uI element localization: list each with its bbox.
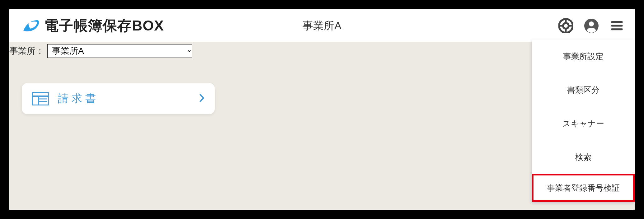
help-icon[interactable]: [557, 17, 574, 34]
menu-item-search[interactable]: 検索: [532, 140, 635, 174]
header: 電子帳簿保存BOX 事業所A: [9, 9, 635, 42]
document-icon: [32, 92, 49, 105]
menu-item-office-settings[interactable]: 事業所設定: [532, 40, 635, 73]
logo-icon: [22, 19, 40, 33]
chevron-right-icon: [199, 94, 205, 104]
svg-rect-10: [611, 28, 623, 30]
app-container: 電子帳簿保存BOX 事業所A: [9, 9, 635, 210]
user-icon[interactable]: [583, 17, 600, 34]
svg-point-7: [589, 21, 594, 26]
logo[interactable]: 電子帳簿保存BOX: [9, 16, 164, 35]
menu-item-business-registration-verify[interactable]: 事業者登録番号検証: [532, 174, 635, 202]
page-title: 事業所A: [303, 19, 341, 33]
header-actions: [557, 17, 625, 34]
card-label: 請求書: [58, 91, 199, 106]
svg-rect-9: [611, 25, 623, 26]
filter-label: 事業所：: [9, 45, 44, 57]
main-menu-dropdown: 事業所設定 書類区分 スキャナー 検索 事業者登録番号検証: [532, 40, 635, 202]
hamburger-menu-icon[interactable]: [609, 17, 625, 34]
office-select[interactable]: 事業所A: [47, 44, 192, 58]
invoice-card[interactable]: 請求書: [22, 83, 215, 114]
svg-point-1: [563, 23, 569, 29]
menu-item-scanner[interactable]: スキャナー: [532, 107, 635, 140]
app-name: 電子帳簿保存BOX: [44, 16, 164, 35]
menu-item-document-category[interactable]: 書類区分: [532, 73, 635, 107]
svg-rect-8: [611, 21, 623, 23]
